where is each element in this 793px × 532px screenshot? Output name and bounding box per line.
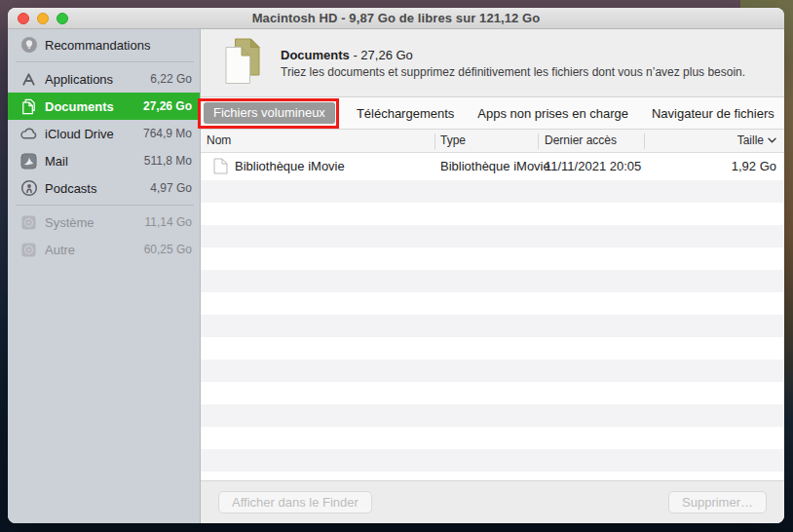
tab-apps-non-prises-en-charge[interactable]: Apps non prises en charge xyxy=(477,106,628,121)
sidebar-divider xyxy=(16,61,194,62)
category-text: Documents - 27,26 Go Triez les documents… xyxy=(281,48,745,79)
table-empty-area xyxy=(201,180,784,480)
row-cell-dernier-acces: 11/11/2021 20:05 xyxy=(545,159,641,173)
tab-bar: Fichiers volumineux Téléchargements Apps… xyxy=(201,97,784,130)
sidebar-item-value: 511,8 Mo xyxy=(144,154,192,168)
sidebar: Recommandations Applications 6,22 Go Doc… xyxy=(8,29,201,523)
documents-icon xyxy=(19,97,38,116)
storage-management-window: Macintosh HD - 9,87 Go de libres sur 121… xyxy=(8,8,784,523)
sidebar-item-value: 11,14 Go xyxy=(145,215,192,229)
sidebar-item-autre[interactable]: Autre 60,25 Go xyxy=(8,236,200,263)
sidebar-item-recommandations[interactable]: Recommandations xyxy=(8,31,200,58)
file-icon xyxy=(213,158,228,177)
zoom-button[interactable] xyxy=(57,13,68,24)
sidebar-item-label: Applications xyxy=(45,72,150,87)
show-in-finder-button[interactable]: Afficher dans le Finder xyxy=(218,491,372,513)
tab-telechargements[interactable]: Téléchargements xyxy=(357,106,454,121)
sidebar-item-value: 4,97 Go xyxy=(150,181,192,195)
sidebar-item-systeme[interactable]: Système 11,14 Go xyxy=(8,209,200,236)
row-cell-taille: 1,92 Go xyxy=(732,159,776,173)
column-header-dernier-acces[interactable]: Dernier accès xyxy=(545,133,617,147)
sidebar-item-value: 764,9 Mo xyxy=(143,127,192,140)
window-title: Macintosh HD - 9,87 Go de libres sur 121… xyxy=(252,11,541,25)
tab-navigateur-de-fichiers[interactable]: Navigateur de fichiers xyxy=(652,106,774,121)
column-divider[interactable] xyxy=(434,133,435,149)
sidebar-item-mail[interactable]: Mail 511,8 Mo xyxy=(8,147,200,174)
system-icon xyxy=(19,213,38,232)
mail-icon xyxy=(19,152,38,171)
traffic-lights xyxy=(18,8,68,29)
sidebar-item-value: 60,25 Go xyxy=(144,243,192,256)
table-header: Nom Type Dernier accès Taille xyxy=(201,130,784,153)
category-size: - 27,26 Go xyxy=(350,48,413,62)
sidebar-item-label: Documents xyxy=(45,99,143,114)
column-divider[interactable] xyxy=(644,133,645,149)
row-cell-type: Bibliothèque iMovie xyxy=(440,159,550,173)
sidebar-item-label: iCloud Drive xyxy=(45,127,143,141)
delete-button[interactable]: Supprimer… xyxy=(668,491,767,513)
appstore-icon xyxy=(19,70,38,89)
title-bar[interactable]: Macintosh HD - 9,87 Go de libres sur 121… xyxy=(8,8,784,29)
sidebar-item-value: 6,22 Go xyxy=(150,72,192,86)
category-title: Documents - 27,26 Go xyxy=(281,48,745,62)
documents-pages-icon xyxy=(222,36,263,91)
table-row[interactable]: Bibliothèque iMovie Bibliothèque iMovie … xyxy=(201,153,784,180)
column-header-taille[interactable]: Taille xyxy=(737,133,776,147)
sidebar-item-value: 27,26 Go xyxy=(143,99,192,113)
column-header-nom[interactable]: Nom xyxy=(207,133,231,147)
sidebar-item-label: Podcasts xyxy=(45,181,150,196)
tab-fichiers-volumineux[interactable]: Fichiers volumineux xyxy=(204,102,335,124)
column-header-type[interactable]: Type xyxy=(440,133,466,147)
category-header: Documents - 27,26 Go Triez les documents… xyxy=(201,29,784,97)
column-divider[interactable] xyxy=(538,133,539,149)
column-header-taille-label: Taille xyxy=(737,133,764,147)
cloud-icon xyxy=(19,125,38,143)
sidebar-item-label: Mail xyxy=(45,154,144,169)
sidebar-item-label: Système xyxy=(45,215,145,230)
sidebar-item-documents[interactable]: Documents 27,26 Go xyxy=(8,93,200,120)
sidebar-item-applications[interactable]: Applications 6,22 Go xyxy=(8,65,200,93)
chevron-down-icon xyxy=(768,137,776,143)
footer-bar: Afficher dans le Finder Supprimer… xyxy=(201,480,784,523)
sidebar-item-label: Autre xyxy=(45,243,144,257)
category-name: Documents xyxy=(281,48,350,62)
category-description: Triez les documents et supprimez définit… xyxy=(281,65,745,79)
other-icon xyxy=(19,241,38,259)
main-content: Documents - 27,26 Go Triez les documents… xyxy=(201,29,784,523)
sidebar-item-label: Recommandations xyxy=(45,38,192,53)
sidebar-divider xyxy=(16,205,194,206)
row-cell-nom: Bibliothèque iMovie xyxy=(235,159,345,173)
podcasts-icon xyxy=(19,179,38,198)
minimize-button[interactable] xyxy=(37,13,49,24)
lightbulb-icon xyxy=(19,36,38,55)
sidebar-item-icloud-drive[interactable]: iCloud Drive 764,9 Mo xyxy=(8,120,200,147)
close-button[interactable] xyxy=(18,13,29,24)
sidebar-item-podcasts[interactable]: Podcasts 4,97 Go xyxy=(8,174,200,202)
